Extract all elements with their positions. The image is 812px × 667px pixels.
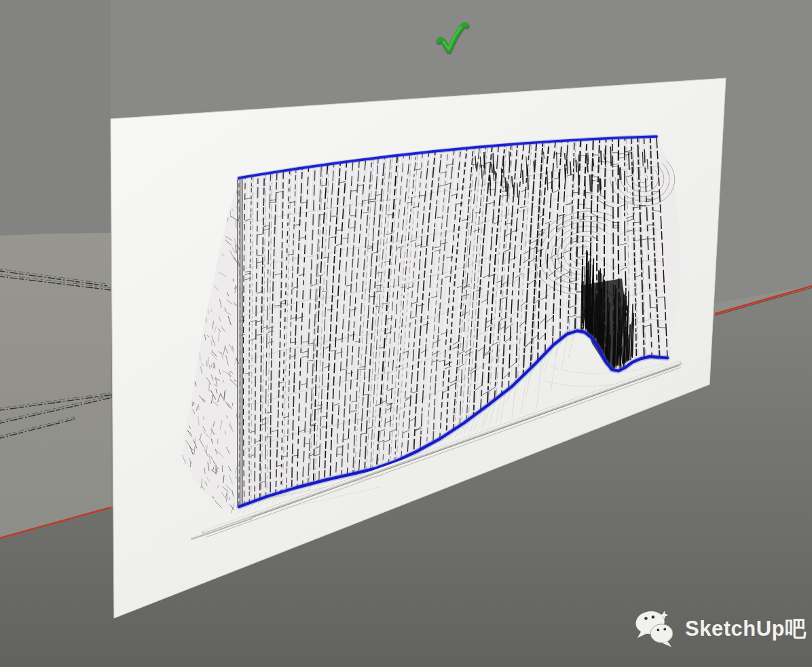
sketchup-viewport[interactable]: SketchUp吧 [0, 0, 812, 667]
viewport-canvas[interactable] [0, 0, 812, 667]
watermark-label: SketchUp吧 [685, 609, 806, 649]
wechat-icon [634, 609, 679, 649]
watermark: SketchUp吧 [634, 609, 806, 649]
